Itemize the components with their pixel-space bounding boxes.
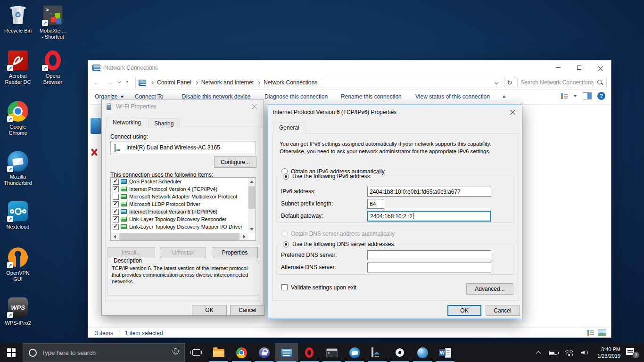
- refresh-button[interactable]: [504, 77, 515, 88]
- taskbar-search-input[interactable]: [37, 349, 172, 356]
- details-view-icon[interactable]: [587, 329, 594, 336]
- desktop-icon-mobaxterm[interactable]: MobaXter... - Shortcut: [36, 4, 70, 40]
- desktop-icon-openvpn[interactable]: OpenVPN GUI: [1, 246, 35, 282]
- subnet-prefix-input[interactable]: [367, 199, 384, 209]
- list-item[interactable]: Microsoft Network Adapter Multiplexor Pr…: [111, 193, 248, 200]
- toolbar-diagnose[interactable]: Diagnose this connection: [264, 93, 328, 100]
- taskbar-globe-app[interactable]: [411, 343, 434, 362]
- list-item[interactable]: Microsoft LLDP Protocol Driver: [111, 200, 248, 208]
- taskbar-opera[interactable]: [298, 343, 321, 362]
- advanced-button[interactable]: Advanced...: [466, 283, 513, 295]
- breadcrumb-network-and-internet[interactable]: Network and Internet: [199, 79, 256, 86]
- list-item[interactable]: Link-Layer Topology Discovery Responder: [111, 215, 248, 223]
- action-center-button[interactable]: 3: [625, 347, 639, 358]
- up-icon[interactable]: ↑: [125, 78, 129, 86]
- scroll-down-icon[interactable]: [250, 228, 254, 230]
- taskbar-terminal[interactable]: [321, 343, 343, 362]
- volume-icon[interactable]: [581, 350, 589, 356]
- install-button[interactable]: Install...: [107, 247, 155, 258]
- tab-sharing[interactable]: Sharing: [148, 118, 180, 129]
- desktop-icon-acrobat[interactable]: Acrobat Reader DC: [1, 49, 35, 85]
- close-button[interactable]: [590, 60, 611, 75]
- checkbox[interactable]: [113, 186, 119, 192]
- cancel-button[interactable]: Cancel: [486, 305, 520, 316]
- ok-button[interactable]: OK: [447, 305, 481, 316]
- validate-checkbox[interactable]: [281, 284, 288, 290]
- list-item[interactable]: Internet Protocol Version 4 (TCP/IPv4): [111, 185, 248, 193]
- view-options-button[interactable]: [561, 93, 577, 99]
- maximize-button[interactable]: [569, 60, 590, 75]
- list-item-ipv6[interactable]: Internet Protocol Version 6 (TCP/IPv6): [111, 208, 248, 215]
- radio-obtain-dns[interactable]: [281, 230, 288, 237]
- scrollbar-thumb[interactable]: [119, 233, 239, 240]
- ipv6-address-input[interactable]: [367, 187, 491, 197]
- minimize-button[interactable]: [547, 60, 569, 75]
- tab-networking[interactable]: Networking: [107, 117, 147, 129]
- breadcrumb-network-connections[interactable]: Network Connections: [262, 79, 319, 86]
- close-button[interactable]: [503, 105, 522, 119]
- desktop-icon-opera[interactable]: Opera Browser: [36, 49, 70, 85]
- thumbnail-view-icon[interactable]: [598, 329, 606, 336]
- checkbox[interactable]: [113, 216, 119, 222]
- taskbar-file-explorer[interactable]: [207, 343, 230, 362]
- list-item[interactable]: QoS Packet Scheduler: [111, 178, 248, 185]
- properties-button[interactable]: Properties: [212, 247, 258, 258]
- scroll-right-icon[interactable]: [243, 235, 246, 239]
- desktop-icon-chrome[interactable]: Google Chrome: [1, 100, 35, 136]
- address-dropdown-icon[interactable]: [495, 81, 498, 84]
- address-bar[interactable]: Control Panel Network and Internet Netwo…: [135, 77, 502, 88]
- cancel-button[interactable]: Cancel: [230, 305, 265, 315]
- list-item[interactable]: Link-Layer Topology Discovery Mapper I/O…: [111, 223, 248, 230]
- close-button[interactable]: [245, 99, 264, 113]
- taskbar-keepass[interactable]: [253, 343, 275, 362]
- taskbar-settings[interactable]: [388, 343, 411, 362]
- forward-icon[interactable]: →: [107, 78, 114, 86]
- checkbox[interactable]: [113, 201, 119, 207]
- battery-icon[interactable]: [549, 351, 557, 355]
- explorer-search-input[interactable]: [518, 79, 596, 86]
- uninstall-button[interactable]: Uninstall: [160, 247, 206, 258]
- checkbox[interactable]: [113, 194, 119, 200]
- preferred-dns-input[interactable]: [367, 250, 491, 260]
- desktop-icon-wps[interactable]: WPS-IPro2: [1, 296, 35, 326]
- show-hidden-icons-chevron[interactable]: [537, 350, 541, 355]
- clock[interactable]: 3:40 PM 1/23/2019: [597, 346, 620, 359]
- vertical-scrollbar[interactable]: [248, 178, 256, 233]
- explorer-search[interactable]: [517, 77, 607, 88]
- scroll-up-icon[interactable]: [250, 181, 254, 183]
- checkbox[interactable]: [113, 179, 119, 185]
- default-gateway-input[interactable]: 2404:1b8:10:2::2: [367, 211, 491, 222]
- scrollbar-thumb[interactable]: [248, 186, 255, 209]
- toolbar-more[interactable]: »: [503, 93, 506, 100]
- taskbar-system-monitor[interactable]: [366, 343, 388, 362]
- history-chevron-icon[interactable]: [117, 80, 121, 83]
- desktop-icon-nextcloud[interactable]: Nextcloud: [1, 200, 35, 230]
- configure-button[interactable]: Configure...: [214, 156, 256, 168]
- taskbar-chrome[interactable]: [230, 343, 253, 362]
- horizontal-scrollbar[interactable]: [111, 233, 248, 240]
- network-adapter-icon-partial[interactable]: [91, 118, 101, 134]
- taskbar-network-connections[interactable]: [275, 343, 298, 362]
- taskbar-search[interactable]: [23, 343, 185, 362]
- toolbar-rename[interactable]: Rename this connection: [341, 93, 402, 100]
- checkbox[interactable]: [113, 209, 119, 215]
- toolbar-view-status[interactable]: View status of this connection: [415, 93, 490, 100]
- preview-pane-icon[interactable]: [583, 92, 592, 99]
- help-icon[interactable]: [597, 92, 605, 100]
- breadcrumb-control-panel[interactable]: Control Panel: [155, 79, 193, 86]
- desktop-icon-thunderbird[interactable]: Mozilla Thunderbird: [1, 150, 35, 186]
- wifi-icon[interactable]: [565, 350, 573, 356]
- ok-button[interactable]: OK: [192, 305, 227, 315]
- taskbar-thunderbird[interactable]: [343, 343, 366, 362]
- task-view-button[interactable]: [185, 343, 207, 362]
- radio-use-dns[interactable]: [283, 241, 289, 247]
- checkbox[interactable]: [113, 224, 119, 230]
- tab-general[interactable]: General: [273, 122, 305, 134]
- desktop-icon-recycle-bin[interactable]: Recycle Bin: [1, 4, 35, 34]
- start-button[interactable]: [0, 343, 23, 362]
- back-icon[interactable]: ←: [93, 78, 100, 86]
- radio-use-ipv6[interactable]: [283, 173, 289, 180]
- scroll-left-icon[interactable]: [114, 235, 116, 239]
- taskbar-word[interactable]: [434, 343, 456, 362]
- alternate-dns-input[interactable]: [367, 263, 491, 272]
